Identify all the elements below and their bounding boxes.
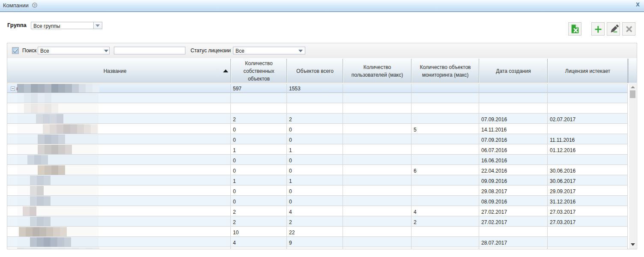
svg-text:?: ? <box>34 3 36 7</box>
